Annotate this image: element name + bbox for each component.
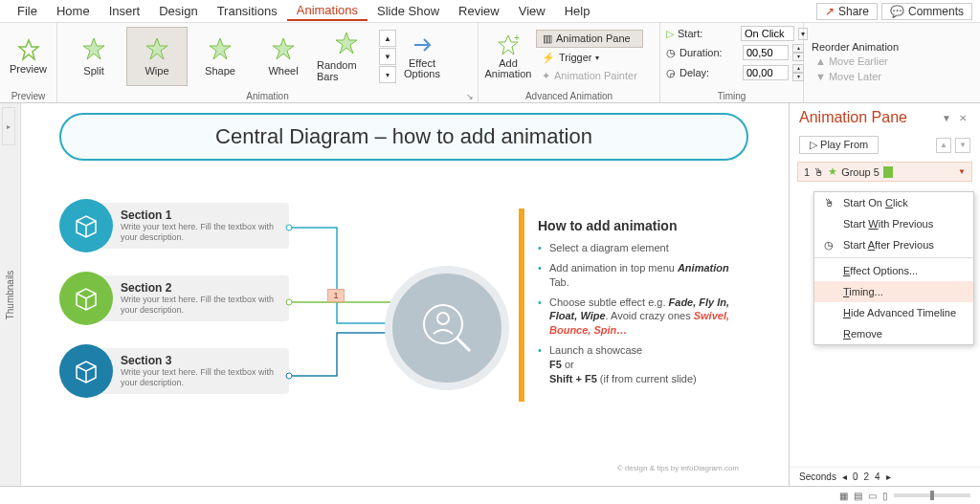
comment-icon: 💬 <box>890 5 904 18</box>
svg-point-9 <box>286 299 292 305</box>
howto-item: Choose subtle effect e.g. Fade, Fly In, … <box>538 296 735 339</box>
section-title: Section 3 <box>121 354 278 367</box>
view-slideshow-icon[interactable]: ▯ <box>882 491 888 501</box>
ctx-remove[interactable]: Remove <box>814 323 973 344</box>
timeline-mark: 4 <box>875 471 880 482</box>
svg-marker-3 <box>210 38 231 59</box>
box-icon <box>59 199 113 252</box>
group-label-timing: Timing <box>660 90 803 102</box>
painter-icon: ✦ <box>542 70 550 82</box>
menu-review[interactable]: Review <box>449 2 509 20</box>
spin-down[interactable]: ▾ <box>792 53 804 61</box>
move-earlier-button: ▲ Move Earlier <box>812 55 899 68</box>
animation-wipe[interactable]: Wipe <box>126 27 188 86</box>
animation-wheel[interactable]: Wheel <box>253 27 314 86</box>
spin-up[interactable]: ▴ <box>792 44 804 53</box>
svg-marker-4 <box>273 38 294 59</box>
star-icon <box>81 36 106 61</box>
ctx-timing[interactable]: Timing... <box>814 281 973 302</box>
thumbnails-collapse[interactable]: ▸ <box>2 107 15 145</box>
ctx-start-with-previous[interactable]: Start With Previous <box>814 213 973 234</box>
animation-context-menu: 🖱Start On Click Start With Previous ◷Sta… <box>813 191 974 345</box>
pane-options-icon[interactable]: ▼ <box>938 113 955 123</box>
entry-dropdown-icon[interactable]: ▼ <box>958 167 966 176</box>
slide-canvas[interactable]: Central Diagram – how to add animation S… <box>21 103 789 486</box>
move-down-button[interactable]: ▼ <box>955 138 970 153</box>
animation-entry[interactable]: 1 🖱 ★ Group 5 ▼ <box>797 162 972 182</box>
animation-shape[interactable]: Shape <box>189 27 251 86</box>
animation-order-tag[interactable]: 1 <box>327 289 345 302</box>
mouse-icon: 🖱 <box>813 166 824 178</box>
howto-item: Add animation in top menu Animation Tab. <box>538 261 735 290</box>
thumbnails-rail[interactable]: Thumbnails <box>0 103 21 486</box>
preview-button[interactable]: Preview <box>6 26 51 87</box>
box-icon <box>59 272 113 325</box>
thumbnails-label: Thumbnails <box>5 270 15 319</box>
section-title: Section 1 <box>121 208 278 222</box>
animation-pane-button[interactable]: ▥Animation Pane <box>536 30 643 48</box>
start-label: Start: <box>678 28 737 39</box>
menu-design[interactable]: Design <box>149 2 207 20</box>
entry-number: 1 <box>804 166 810 178</box>
comments-button[interactable]: 💬Comments <box>881 3 972 20</box>
duration-label: Duration: <box>679 47 739 58</box>
clock-icon: ◷ <box>666 47 676 59</box>
menu-animations[interactable]: Animations <box>287 1 368 21</box>
gallery-down[interactable]: ▼ <box>379 48 396 65</box>
person-search-icon <box>418 299 476 357</box>
spin-up[interactable]: ▴ <box>792 64 804 73</box>
delay-label: Delay: <box>679 67 739 78</box>
play-from-button[interactable]: ▷ Play From <box>799 136 879 154</box>
gallery-more[interactable]: ▾ <box>379 66 396 83</box>
menu-slideshow[interactable]: Slide Show <box>368 2 449 20</box>
close-icon[interactable]: ✕ <box>955 113 970 123</box>
clock-icon: ◷ <box>822 239 835 252</box>
effect-options-button[interactable]: Effect Options <box>398 26 446 87</box>
timeline-prev[interactable]: ◂ <box>842 471 847 482</box>
slide-title[interactable]: Central Diagram – how to add animation <box>59 113 748 161</box>
view-sorter-icon[interactable]: ▤ <box>854 491 862 501</box>
howto-item: Select a diagram element <box>538 241 735 255</box>
delay-input[interactable] <box>743 65 789 80</box>
svg-point-12 <box>437 313 449 324</box>
svg-marker-5 <box>336 33 357 54</box>
duration-input[interactable] <box>743 45 789 60</box>
timeline-next[interactable]: ▸ <box>886 471 891 482</box>
menu-help[interactable]: Help <box>555 2 600 20</box>
menu-view[interactable]: View <box>509 2 555 20</box>
move-up-button[interactable]: ▲ <box>936 138 951 153</box>
view-reading-icon[interactable]: ▭ <box>868 491 877 501</box>
ctx-start-on-click[interactable]: 🖱Start On Click <box>814 192 973 213</box>
section-1[interactable]: Section 1Write your text here. Fill the … <box>59 199 289 252</box>
menu-insert[interactable]: Insert <box>100 2 150 20</box>
share-button[interactable]: ↗Share <box>816 3 878 20</box>
svg-text:+: + <box>514 33 520 43</box>
section-2[interactable]: Section 2Write your text here. Fill the … <box>59 272 289 325</box>
ctx-effect-options[interactable]: Effect Options... <box>814 260 973 281</box>
dialog-launcher-icon[interactable]: ↘ <box>466 92 474 101</box>
animation-split[interactable]: Split <box>63 27 124 86</box>
menu-home[interactable]: Home <box>47 2 100 20</box>
trigger-button[interactable]: ⚡Trigger▾ <box>536 50 643 66</box>
start-dropdown[interactable] <box>741 26 794 41</box>
add-animation-button[interactable]: + Add Animation <box>484 26 532 87</box>
footer-credit: © design & tips by infoDiagram.com <box>617 464 739 472</box>
section-3[interactable]: Section 3Write your text here. Fill the … <box>59 344 289 398</box>
howto-box[interactable]: How to add animation Select a diagram el… <box>519 208 748 402</box>
central-circle[interactable] <box>385 266 509 390</box>
box-icon <box>59 344 113 398</box>
section-desc: Write your text here. Fill the textbox w… <box>121 222 278 243</box>
menu-file[interactable]: File <box>8 2 47 20</box>
spin-down[interactable]: ▾ <box>792 73 804 81</box>
gallery-up[interactable]: ▲ <box>379 30 396 47</box>
delay-icon: ◶ <box>666 67 676 79</box>
trigger-icon: ⚡ <box>542 52 555 64</box>
view-normal-icon[interactable]: ▦ <box>839 491 848 501</box>
timeline-mark: 0 <box>853 471 858 482</box>
menu-transitions[interactable]: Transitions <box>208 2 287 20</box>
ctx-start-after-previous[interactable]: ◷Start After Previous <box>814 234 973 255</box>
section-desc: Write your text here. Fill the textbox w… <box>121 367 278 388</box>
zoom-slider[interactable] <box>894 493 970 497</box>
ctx-hide-timeline[interactable]: Hide Advanced Timeline <box>814 302 973 323</box>
animation-random-bars[interactable]: Random Bars <box>316 27 377 86</box>
